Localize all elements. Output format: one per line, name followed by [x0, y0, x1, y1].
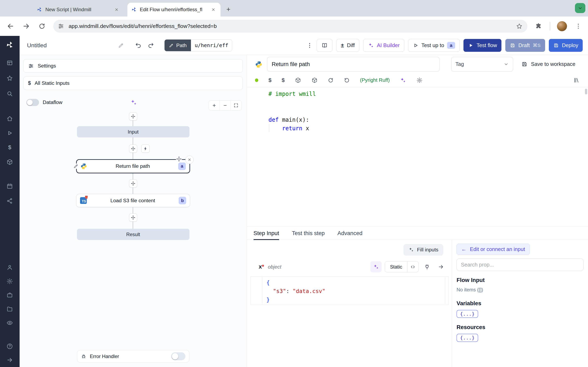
path-button[interactable]: Path	[164, 40, 191, 51]
code-editor[interactable]: # import wmill def main(x): return x	[247, 87, 588, 226]
fill-inputs-button[interactable]: Fill inputs	[403, 244, 443, 256]
path-control[interactable]: Path u/henri/eff	[164, 39, 232, 51]
star-icon	[6, 75, 13, 82]
dataflow-toggle[interactable]	[26, 99, 39, 106]
browser-tab-1[interactable]: New Script | Windmill	[33, 3, 124, 17]
library-icon	[573, 77, 580, 83]
tab-close-button[interactable]	[113, 6, 120, 13]
variables-picker-button[interactable]: {...}	[457, 310, 478, 318]
sidebar-item-workers[interactable]	[6, 198, 13, 204]
drag-handle[interactable]	[176, 156, 182, 162]
reload-button[interactable]	[38, 22, 47, 31]
sidebar-item-help[interactable]	[6, 343, 13, 350]
sidebar-item-folders[interactable]	[6, 306, 13, 312]
draft-button[interactable]: Draft ⌘S	[505, 39, 545, 52]
zoom-out-button[interactable]: −	[220, 100, 231, 110]
redo-button[interactable]	[148, 42, 154, 49]
edit-connect-button[interactable]: ← Edit or connect an input	[457, 244, 530, 255]
dollar-icon: $	[282, 77, 285, 83]
search-prop-input[interactable]	[457, 259, 584, 271]
diff-button[interactable]: ± Diff	[336, 39, 360, 52]
editor-scrollbar[interactable]	[585, 89, 587, 94]
connect-panel: ← Edit or connect an input Flow Input No…	[452, 240, 588, 367]
sidebar-item-runs[interactable]	[6, 59, 13, 66]
editor-settings-button[interactable]	[416, 77, 423, 83]
reset-button[interactable]	[344, 77, 350, 83]
input-node[interactable]: Input	[77, 126, 190, 137]
insert-step-button-top[interactable]	[129, 112, 137, 120]
browser-tab-2[interactable]: Edit Flow u/henri/effortless_fl	[127, 3, 221, 17]
undo-button[interactable]	[135, 42, 141, 49]
new-tab-button[interactable]	[223, 4, 234, 15]
delete-step-button[interactable]	[185, 156, 194, 164]
status-dot	[255, 78, 259, 82]
tab-close-button[interactable]	[210, 6, 217, 13]
result-node[interactable]: Result	[77, 229, 190, 240]
reload-editor-button[interactable]	[328, 77, 334, 83]
sidebar-item-user[interactable]	[6, 264, 13, 271]
sidebar-collapse-button[interactable]	[7, 357, 13, 363]
flow-settings-row[interactable]: Settings	[23, 59, 243, 73]
save-to-workspace-button[interactable]: Save to workspace	[521, 57, 575, 72]
sidebar-item-search[interactable]	[6, 90, 13, 97]
test-flow-button[interactable]: Test flow	[463, 39, 502, 52]
sidebar-item-schedules[interactable]	[6, 183, 13, 190]
fit-view-button[interactable]	[231, 100, 241, 110]
url-bar[interactable]: app.windmill.dev/flows/edit/u/henri/effo…	[53, 20, 527, 33]
zoom-in-button[interactable]: +	[209, 100, 220, 110]
insert-step-button-3[interactable]	[129, 213, 137, 222]
sidebar-item-settings[interactable]	[6, 278, 13, 285]
add-resource-button[interactable]: $	[282, 77, 285, 83]
ai-fill-button[interactable]	[370, 261, 381, 272]
sidebar-item-workspace[interactable]	[6, 292, 13, 299]
expression-mode-button[interactable]	[407, 261, 418, 272]
edit-title-button[interactable]	[118, 42, 124, 48]
ai-sparkles-icon[interactable]	[130, 99, 137, 106]
static-mode-button[interactable]: Static	[385, 261, 407, 272]
test-up-to-button[interactable]: Test up to a	[408, 39, 460, 52]
dependencies-button[interactable]	[311, 77, 318, 83]
tab-search-button[interactable]	[575, 3, 585, 13]
connect-input-button[interactable]	[422, 262, 432, 272]
insert-step-button-2[interactable]	[129, 179, 137, 188]
explore-hub-button[interactable]	[295, 77, 301, 83]
sidebar-item-audit[interactable]	[6, 319, 13, 326]
library-button[interactable]	[573, 77, 580, 83]
browser-menu-button[interactable]	[574, 22, 583, 31]
add-variable-button[interactable]: $	[268, 77, 272, 83]
tab-step-input[interactable]: Step Input	[254, 227, 279, 240]
sidebar-item-resources[interactable]	[6, 159, 13, 165]
sidebar-item-home[interactable]	[6, 115, 13, 122]
back-button[interactable]	[6, 22, 15, 31]
tag-select[interactable]: Tag	[451, 57, 513, 72]
forward-button[interactable]	[22, 22, 31, 31]
bookmark-star-icon[interactable]	[516, 23, 523, 30]
profile-avatar[interactable]	[557, 21, 567, 31]
sidebar-item-favorites[interactable]	[6, 75, 13, 82]
json-value-editor[interactable]: { "s3": "data.csv" }	[251, 276, 449, 305]
step-node-b[interactable]: TS Load S3 file content b	[76, 194, 190, 207]
step-node-a[interactable]: Return file path a	[76, 159, 190, 174]
extensions-button[interactable]	[534, 22, 543, 31]
docs-button[interactable]	[317, 39, 332, 52]
add-trigger-button[interactable]	[141, 145, 149, 153]
insert-step-button-1[interactable]	[129, 145, 137, 153]
ai-builder-button[interactable]: AI Builder	[363, 39, 405, 52]
sidebar-item-runs-play[interactable]	[7, 130, 13, 136]
next-arg-button[interactable]	[436, 262, 446, 272]
tab-test-this-step[interactable]: Test this step	[292, 227, 325, 240]
step-name-input[interactable]	[267, 57, 440, 72]
ai-gen-button[interactable]	[400, 77, 406, 83]
static-inputs-row[interactable]: $ All Static Inputs	[23, 76, 243, 90]
sidebar-item-variables[interactable]: $	[8, 144, 11, 151]
error-handler-row[interactable]: Error Handler	[77, 350, 190, 363]
more-menu-button[interactable]	[306, 42, 313, 49]
code-line: def main(x):	[268, 115, 588, 124]
resources-picker-button[interactable]: {...}	[457, 334, 478, 342]
code-line: # import wmill	[268, 90, 588, 98]
site-settings-icon[interactable]	[58, 23, 64, 29]
error-handler-toggle[interactable]	[171, 352, 185, 360]
edit-step-button[interactable]	[73, 164, 79, 169]
tab-advanced[interactable]: Advanced	[337, 227, 363, 240]
deploy-button[interactable]: Deploy	[549, 39, 583, 52]
